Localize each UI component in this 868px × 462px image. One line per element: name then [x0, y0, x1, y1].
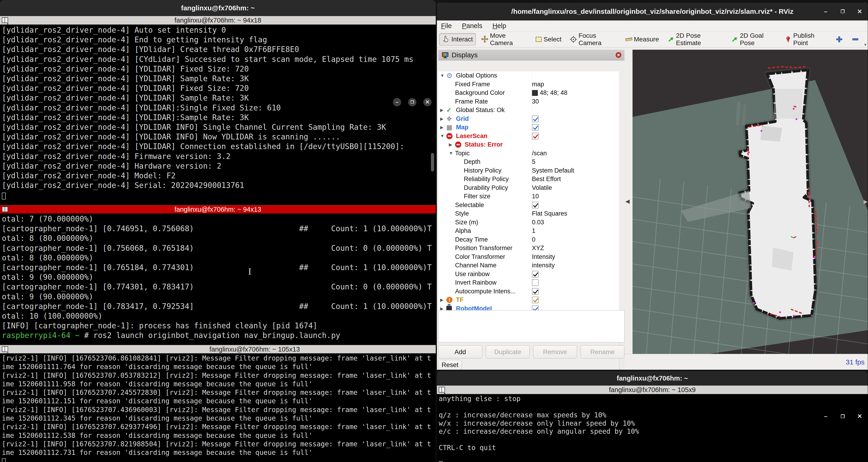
tool-move-camera[interactable]: Move Camera [477, 30, 529, 49]
displays-row-autocompute-intens-[interactable]: Autocompute Intens... [438, 287, 619, 296]
close-icon[interactable]: ✕ [856, 413, 864, 420]
property-value[interactable]: /scan [532, 150, 547, 157]
displays-row-color-transformer[interactable]: Color TransformerIntensity [438, 253, 619, 261]
rviz-titlebar[interactable]: /home/fanglinxu/ros_dev/install/originbo… [437, 3, 868, 21]
property-value[interactable]: 0.03 [532, 219, 544, 226]
checkbox-checked[interactable] [532, 288, 538, 295]
terminal4-tab[interactable]: fanglinxu@fx706hm: ~ 105x9 [437, 386, 868, 394]
displays-row-status-error[interactable]: ▶Status: Error [438, 140, 619, 149]
reset-button[interactable]: Reset [438, 360, 462, 370]
rename-button[interactable]: Rename [581, 345, 624, 359]
expander-open-icon[interactable]: ▼ [440, 133, 446, 138]
property-value[interactable]: 1 [532, 227, 535, 234]
maximize-icon[interactable]: ❐ [408, 98, 416, 106]
displays-row-laserscan[interactable]: ▼LaserScan [438, 132, 619, 140]
expander-closed-icon[interactable]: ▶ [440, 116, 446, 122]
split-pane-icon[interactable] [2, 206, 8, 212]
displays-row-decay-time[interactable]: Decay Time0 [438, 235, 619, 244]
close-icon[interactable]: ✕ [423, 98, 432, 106]
tool-add-tool-plus-icon[interactable] [832, 33, 846, 45]
menu-item-help[interactable]: Help [492, 22, 506, 30]
checkbox-checked[interactable] [532, 297, 538, 303]
property-value[interactable]: intensity [532, 262, 555, 269]
panel-collapse-left-icon[interactable]: ◀ [625, 198, 629, 204]
checkbox-checked[interactable] [532, 116, 538, 122]
displays-row-fixed-frame[interactable]: Fixed Framemap [438, 80, 619, 89]
split-pane-icon[interactable] [2, 346, 8, 352]
terminal1-tab[interactable]: fanglinxu@fx706hm: ~ 94x18 [0, 16, 436, 25]
displays-row-position-transformer[interactable]: Position TransformerXYZ [438, 244, 619, 253]
terminal1-titlebar[interactable]: fanglinxu@fx706hm: ~ – ❐ ✕ [0, 0, 436, 16]
property-value[interactable]: map [532, 81, 544, 88]
panel-close-icon[interactable] [614, 51, 623, 59]
property-value[interactable]: XYZ [532, 244, 544, 252]
displays-row-channel-name[interactable]: Channel Nameintensity [438, 261, 619, 270]
displays-row-style[interactable]: StyleFlat Squares [438, 209, 619, 218]
property-value[interactable]: 10 [532, 193, 539, 200]
color-swatch[interactable] [532, 90, 538, 96]
maximize-icon[interactable]: ❐ [839, 9, 846, 14]
displays-row-grid[interactable]: ▶❖Grid [438, 114, 619, 123]
displays-row-durability-policy[interactable]: Durability PolicyVolatile [438, 184, 619, 192]
displays-panel-header[interactable]: Displays [438, 50, 624, 61]
property-value[interactable]: 30 [532, 98, 539, 105]
menu-item-panels[interactable]: Panels [462, 22, 483, 30]
displays-row-history-policy[interactable]: History PolicySystem Default [438, 166, 619, 175]
displays-row-reliability-policy[interactable]: Reliability PolicyBest Effort [438, 175, 619, 184]
checkbox-checked[interactable] [532, 271, 538, 277]
tool-remove-tool-minus-icon[interactable] [848, 33, 863, 45]
tool-2d-pose-estimate[interactable]: 2D Pose Estimate [664, 30, 726, 49]
checkbox-checked[interactable] [532, 133, 538, 139]
split-pane-icon[interactable] [2, 17, 8, 23]
tool-focus-camera[interactable]: Focus Camera [566, 30, 620, 49]
minimize-icon[interactable]: – [822, 8, 830, 15]
displays-row-global-options[interactable]: ▼⚙Global Options [438, 71, 619, 80]
tool-2d-goal-pose[interactable]: 2D Goal Pose [727, 30, 779, 49]
expander-open-icon[interactable]: ▼ [440, 73, 446, 78]
displays-row-use-rainbow[interactable]: Use rainbow [438, 270, 619, 278]
terminal3-tab[interactable]: fanglinxu@fx706hm: ~ 105x13 [0, 345, 436, 353]
displays-row-size-m-[interactable]: Size (m)0.03 [438, 218, 619, 227]
tool-measure[interactable]: Measure [622, 33, 662, 45]
property-value[interactable]: 48; 48; 48 [540, 89, 567, 96]
property-value[interactable]: Volatile [532, 184, 552, 191]
property-value[interactable]: Intensity [532, 253, 555, 260]
property-value[interactable]: Flat Squares [532, 210, 567, 217]
displays-row-selectable[interactable]: Selectable [438, 201, 619, 209]
expander-closed-icon[interactable]: ▶ [440, 125, 446, 130]
terminal4-titlebar[interactable]: fanglinxu@fx706hm: ~ – ❐ ✕ [437, 371, 868, 386]
terminal1-scrollbar[interactable] [431, 153, 434, 171]
add-button[interactable]: Add [438, 345, 482, 359]
expander-open-icon[interactable]: ▼ [449, 151, 455, 156]
expander-closed-icon[interactable]: ▶ [440, 297, 446, 302]
displays-row-map[interactable]: ▶▦Map [438, 123, 619, 132]
displays-row-invert-rainbow[interactable]: Invert Rainbow [438, 278, 619, 287]
minimize-icon[interactable]: – [393, 98, 401, 106]
property-value[interactable]: 0 [532, 236, 535, 243]
displays-row-alpha[interactable]: Alpha1 [438, 227, 619, 235]
tool-select[interactable]: Select [531, 33, 565, 45]
displays-row-tf[interactable]: ▶!TF [438, 296, 619, 304]
tool-publish-point[interactable]: Publish Point [781, 30, 830, 49]
displays-row-frame-rate[interactable]: Frame Rate30 [438, 97, 619, 106]
menu-item-file[interactable]: File [441, 22, 452, 30]
displays-row-global-status-ok[interactable]: ▶✓Global Status: Ok [438, 106, 619, 114]
expander-closed-icon[interactable]: ▶ [449, 142, 455, 147]
duplicate-button[interactable]: Duplicate [486, 345, 530, 359]
rviz-3d-view[interactable]: ▶ [632, 50, 868, 354]
expander-closed-icon[interactable]: ▶ [440, 107, 446, 113]
displays-row-depth[interactable]: Depth5 [438, 158, 619, 166]
close-icon[interactable]: ✕ [856, 8, 864, 15]
maximize-icon[interactable]: ❐ [839, 414, 846, 419]
checkbox-checked[interactable] [532, 202, 538, 208]
remove-button[interactable]: Remove [533, 345, 577, 359]
terminal2-tab[interactable]: fanglinxu@fx706hm: ~ 94x13 [0, 205, 436, 213]
split-pane-icon[interactable] [439, 387, 445, 393]
property-value[interactable]: Best Effort [532, 175, 561, 183]
checkbox-checked[interactable] [532, 124, 538, 131]
property-value[interactable]: System Default [532, 167, 574, 174]
toolbar-overflow-icon[interactable]: ▾ [864, 42, 866, 47]
checkbox-unchecked[interactable] [532, 279, 538, 286]
tool-interact[interactable]: Interact [439, 33, 476, 45]
minimize-icon[interactable]: – [822, 413, 830, 420]
